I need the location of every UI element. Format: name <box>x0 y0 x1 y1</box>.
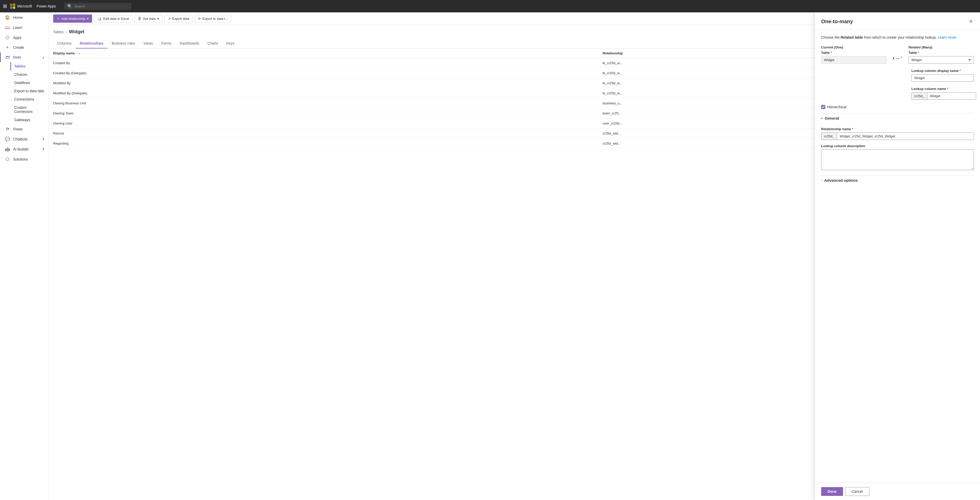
current-table-required: * <box>830 51 832 55</box>
col-header-display-name[interactable]: Display name ↑ ⌄ <box>49 49 598 58</box>
search-icon: 🔍 <box>67 4 72 9</box>
advanced-options-title: Advanced options <box>824 178 858 183</box>
lookup-name-label: Lookup column name * <box>912 87 976 91</box>
sort-asc-icon: ↑ <box>76 52 77 55</box>
panel-title: One-to-many <box>821 19 853 24</box>
row-display-name: Owning Business Unit <box>49 98 598 108</box>
sidebar-item-export-data-lake[interactable]: Export to data lake <box>10 87 49 95</box>
sidebar-item-solutions[interactable]: ⬡ Solutions <box>0 154 49 164</box>
related-col: Related (Many) Table * Widget <box>908 45 974 63</box>
sidebar-item-custom-connectors[interactable]: Custom Connectors <box>10 103 49 116</box>
get-data-icon: 🗄 <box>138 17 141 21</box>
lookup-desc-textarea[interactable] <box>821 149 974 170</box>
advanced-options-toggle[interactable]: › Advanced options <box>821 175 974 185</box>
lookup-display-input[interactable] <box>912 74 974 82</box>
hierarchical-checkbox[interactable] <box>821 105 825 109</box>
tab-business-rules[interactable]: Business rules <box>108 39 139 48</box>
sidebar-item-connections[interactable]: Connections <box>10 95 49 103</box>
current-table-value: Widget <box>821 56 886 63</box>
related-table-label: Table * <box>908 51 974 55</box>
microsoft-label: Microsoft <box>17 4 32 8</box>
lookup-name-row: Lookup column name * cr25d_ <box>821 87 974 100</box>
connector-arrow: — <box>896 56 900 60</box>
row-display-name: Created By <box>49 58 598 68</box>
panel-close-button[interactable]: ✕ <box>968 17 974 25</box>
get-data-button[interactable]: 🗄 Get data ▾ <box>135 15 162 22</box>
relationship-name-required: * <box>852 127 853 131</box>
tables-label: Tables <box>14 64 25 68</box>
sidebar-item-data[interactable]: 🗃 Data ▲ <box>0 52 49 62</box>
cancel-button[interactable]: Cancel <box>845 487 869 496</box>
hierarchical-label[interactable]: Hierarchical <box>827 105 846 109</box>
sidebar-item-flows[interactable]: ⟳ Flows <box>0 124 49 134</box>
search-bar[interactable]: 🔍 <box>64 3 131 10</box>
sidebar-item-chatbots[interactable]: 💬 Chatbots ▼ <box>0 134 49 144</box>
current-related-row: Current (One) Table * Widget 1 — * <box>821 45 974 63</box>
home-icon: 🏠 <box>5 15 10 20</box>
tab-keys[interactable]: Keys <box>222 39 239 48</box>
logo-sq-yellow <box>13 6 15 9</box>
tab-views[interactable]: Views <box>139 39 157 48</box>
export-data-lake-label: Export to data lake <box>14 89 45 93</box>
lookup-name-input[interactable] <box>928 92 976 100</box>
app-name-label: Power Apps <box>37 4 56 8</box>
lookup-name-prefix: cr25d_ <box>912 92 928 100</box>
create-icon: + <box>5 45 10 50</box>
waffle-icon[interactable]: ⊞ <box>3 3 7 9</box>
apps-icon: ⬡ <box>5 35 10 40</box>
row-display-name: Modified By (Delegate) <box>49 88 598 98</box>
tab-charts[interactable]: Charts <box>203 39 222 48</box>
sidebar-item-data-label: Data <box>13 55 21 59</box>
flows-label: Flows <box>13 127 23 131</box>
export-lake-icon: ⟳ <box>198 17 201 21</box>
related-table-select[interactable]: Widget <box>908 56 974 63</box>
breadcrumb-tables[interactable]: Tables <box>53 30 64 34</box>
relationship-name-input[interactable] <box>837 133 974 140</box>
display-name-header-text: Display name <box>53 51 75 55</box>
sidebar-item-tables[interactable]: Tables <box>10 62 49 70</box>
panel-footer: Done Cancel <box>815 483 980 500</box>
lookup-name-input-group: cr25d_ <box>912 92 976 100</box>
tab-dashboards[interactable]: Dashboards <box>176 39 204 48</box>
current-label: Current (One) <box>821 45 886 49</box>
export-data-lake-button[interactable]: ⟳ Export to data l... <box>195 15 231 22</box>
topbar: ⊞ Microsoft Power Apps 🔍 <box>0 0 980 13</box>
search-input[interactable] <box>75 5 128 8</box>
export-data-label: Export data <box>172 17 189 21</box>
edit-data-excel-button[interactable]: 📊 Edit data in Excel <box>94 15 132 22</box>
main-layout: 🏠 Home 📖 Learn ⬡ Apps + Create 🗃 Data ▲ … <box>0 13 980 500</box>
sidebar-item-apps[interactable]: ⬡ Apps <box>0 32 49 43</box>
connector-star: * <box>901 56 902 60</box>
learn-more-link[interactable]: Learn more <box>938 35 956 40</box>
row-display-name: Regarding <box>49 138 598 148</box>
logo-sq-blue <box>10 6 13 9</box>
add-relationship-label: Add relationship <box>61 17 85 21</box>
lookup-display-required: * <box>959 69 961 73</box>
edit-data-excel-label: Edit data in Excel <box>103 17 129 21</box>
sidebar-item-ai-builder[interactable]: 🤖 AI Builder ▼ <box>0 144 49 154</box>
sidebar-item-dataflows[interactable]: Dataflows <box>10 79 49 87</box>
sidebar-item-learn-label: Learn <box>13 25 22 30</box>
general-section-toggle[interactable]: ▾ General <box>821 113 974 123</box>
hierarchical-row: Hierarchical <box>821 105 974 109</box>
export-data-button[interactable]: ↗ Export data <box>164 15 193 22</box>
content-area: ＋ Add relationship ▾ 📊 Edit data in Exce… <box>49 13 980 500</box>
add-icon: ＋ <box>56 16 60 21</box>
tab-forms[interactable]: Forms <box>157 39 176 48</box>
connections-label: Connections <box>14 97 34 101</box>
sidebar-item-learn[interactable]: 📖 Learn <box>0 22 49 32</box>
add-relationship-button[interactable]: ＋ Add relationship ▾ <box>53 14 92 23</box>
excel-icon: 📊 <box>97 17 102 21</box>
sidebar-item-gateways[interactable]: Gateways <box>10 116 49 124</box>
sidebar-item-apps-label: Apps <box>13 36 21 40</box>
sidebar-item-home[interactable]: 🏠 Home <box>0 13 49 22</box>
learn-icon: 📖 <box>5 25 10 30</box>
done-button[interactable]: Done <box>821 487 843 496</box>
chatbots-label: Chatbots <box>13 137 28 141</box>
tab-relationships[interactable]: Relationships <box>76 39 108 48</box>
row-display-name: Modified By <box>49 78 598 88</box>
sidebar-item-choices[interactable]: Choices <box>10 70 49 79</box>
microsoft-logo: Microsoft <box>10 3 32 9</box>
sidebar-item-create[interactable]: + Create <box>0 43 49 52</box>
tab-columns[interactable]: Columns <box>53 39 76 48</box>
